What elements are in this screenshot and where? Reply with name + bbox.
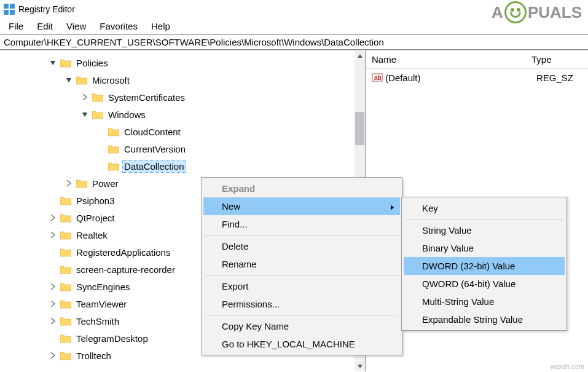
folder-icon <box>60 282 71 291</box>
registry-icon <box>4 4 15 15</box>
chevron-right-icon[interactable] <box>49 283 57 290</box>
chevron-spacer <box>49 334 57 342</box>
chevron-right-icon[interactable] <box>81 93 88 101</box>
chevron-right-icon[interactable] <box>49 300 57 307</box>
tree-label: CurrentVersion <box>123 143 187 155</box>
menu-favorites[interactable]: Favorites <box>93 20 144 33</box>
menu-file[interactable]: File <box>2 20 29 33</box>
scroll-down-button[interactable] <box>355 361 365 371</box>
folder-icon <box>60 350 71 360</box>
ctx-new-dword[interactable]: DWORD (32-bit) Value <box>404 257 565 275</box>
tree-label: Microsoft <box>91 74 131 86</box>
menu-help[interactable]: Help <box>145 20 176 33</box>
chevron-right-icon[interactable] <box>65 180 73 187</box>
title-bar: Registry Editor <box>0 0 588 18</box>
chevron-spacer <box>97 162 104 170</box>
folder-icon <box>92 92 103 102</box>
tree-label: TechSmith <box>75 315 120 327</box>
chevron-down-icon[interactable] <box>49 59 57 66</box>
ctx-expand: Expand <box>203 180 400 197</box>
folder-icon <box>60 196 71 205</box>
folder-icon <box>60 230 71 240</box>
ctx-separator <box>205 235 399 235</box>
tree-label: QtProject <box>75 212 116 224</box>
chevron-spacer <box>49 266 57 273</box>
ctx-new-label: New <box>222 201 240 212</box>
submenu-arrow-icon <box>391 201 394 212</box>
folder-icon <box>76 178 87 188</box>
folder-icon <box>76 75 87 85</box>
ctx-new-string[interactable]: String Value <box>404 221 565 239</box>
folder-icon <box>108 161 119 171</box>
ctx-copy-key-name[interactable]: Copy Key Name <box>203 317 400 335</box>
address-bar[interactable]: Computer\HKEY_CURRENT_USER\SOFTWARE\Poli… <box>0 34 588 50</box>
chevron-right-icon[interactable] <box>49 352 57 359</box>
ctx-permissions[interactable]: Permissions... <box>203 295 400 313</box>
ctx-separator <box>405 219 563 220</box>
ctx-rename[interactable]: Rename <box>203 255 400 273</box>
folder-icon <box>60 213 71 223</box>
column-type[interactable]: Type <box>525 52 588 67</box>
tree-label: Psiphon3 <box>75 195 116 207</box>
folder-icon <box>108 144 119 154</box>
tree-node-currentversion[interactable]: CurrentVersion <box>0 140 365 157</box>
tree-label: TeamViewer <box>75 298 128 310</box>
tree-node-windows[interactable]: Windows <box>0 106 365 123</box>
tree-label: TelegramDesktop <box>75 333 149 344</box>
tree-label: SystemCertificates <box>107 92 186 103</box>
menu-edit[interactable]: Edit <box>31 20 59 33</box>
values-header: Name Type <box>366 50 588 69</box>
chevron-spacer <box>49 197 57 204</box>
tree-node-systemcertificates[interactable]: SystemCertificates <box>0 89 365 106</box>
chevron-right-icon[interactable] <box>49 231 57 239</box>
tree-label: Trolltech <box>75 350 112 362</box>
ctx-new-expandable[interactable]: Expandable String Value <box>404 311 565 328</box>
column-name[interactable]: Name <box>366 52 525 67</box>
value-type: REG_SZ <box>536 73 588 83</box>
tree-label: Policies <box>75 57 109 69</box>
folder-icon <box>60 247 71 257</box>
ctx-export[interactable]: Export <box>203 277 400 295</box>
menu-bar: File Edit View Favorites Help <box>0 18 588 34</box>
ctx-delete[interactable]: Delete <box>203 237 400 255</box>
ctx-new-qword[interactable]: QWORD (64-bit) Value <box>404 275 565 293</box>
chevron-right-icon[interactable] <box>49 214 57 221</box>
value-row-default[interactable]: (Default) REG_SZ <box>366 69 588 86</box>
ctx-goto-hklm[interactable]: Go to HKEY_LOCAL_MACHINE <box>203 335 400 353</box>
scroll-thumb[interactable] <box>355 112 364 145</box>
ctx-separator <box>205 275 399 275</box>
chevron-down-icon[interactable] <box>81 111 88 118</box>
chevron-spacer <box>49 248 57 256</box>
tree-label: screen-capture-recorder <box>75 264 176 275</box>
folder-icon <box>60 333 71 343</box>
context-menu: Expand New Find... Delete Rename Export … <box>201 177 402 355</box>
chevron-spacer <box>97 145 104 152</box>
ctx-new-key[interactable]: Key <box>404 199 565 217</box>
tree-node-policies[interactable]: Policies <box>0 54 365 71</box>
tree-label: Windows <box>107 109 147 121</box>
chevron-right-icon[interactable] <box>49 317 57 325</box>
ctx-new[interactable]: New <box>203 197 400 215</box>
folder-icon <box>108 127 119 137</box>
ctx-new-multistring[interactable]: Multi-String Value <box>404 293 565 311</box>
folder-icon <box>60 264 71 274</box>
ctx-find[interactable]: Find... <box>203 215 400 233</box>
tree-node-datacollection[interactable]: DataCollection <box>0 157 365 175</box>
chevron-spacer <box>97 128 104 135</box>
tree-node-cloudcontent[interactable]: CloudContent <box>0 123 365 140</box>
scroll-up-button[interactable] <box>355 50 365 61</box>
folder-icon <box>92 109 103 119</box>
tree-label: SyncEngines <box>75 281 131 293</box>
chevron-down-icon[interactable] <box>65 76 73 84</box>
tree-label: Realtek <box>75 229 109 241</box>
tree-label: CloudContent <box>123 126 182 138</box>
tree-node-microsoft[interactable]: Microsoft <box>0 71 365 89</box>
folder-icon <box>60 58 71 68</box>
folder-icon <box>60 316 71 326</box>
wsxdn-text: wsxdn.com <box>551 363 584 370</box>
ctx-separator <box>205 315 399 315</box>
tree-label: RegisteredApplications <box>75 247 171 258</box>
ctx-new-binary[interactable]: Binary Value <box>404 239 565 257</box>
tree-label: DataCollection <box>123 160 186 172</box>
menu-view[interactable]: View <box>60 20 92 33</box>
